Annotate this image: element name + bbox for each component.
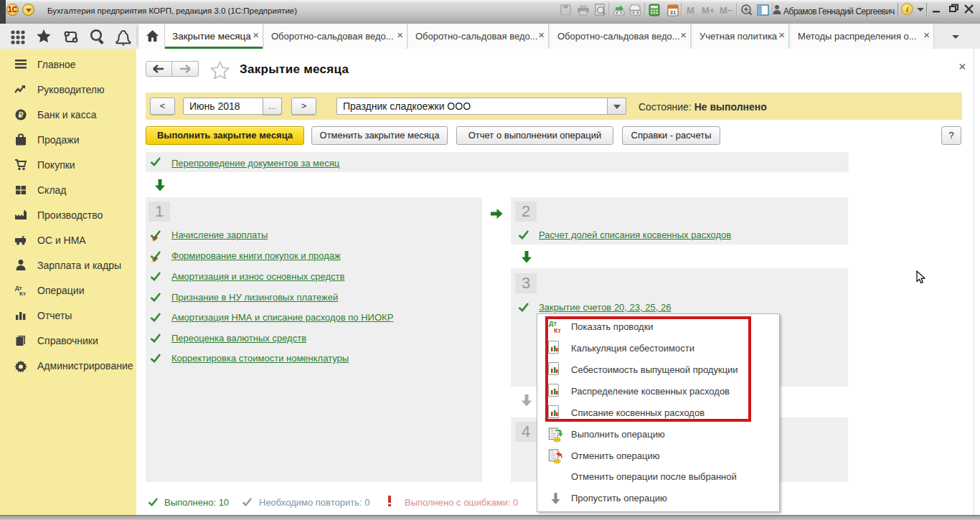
svg-text:31: 31 — [670, 9, 677, 16]
svg-text:M: M — [687, 5, 694, 16]
svg-text:M+: M+ — [702, 5, 715, 16]
svg-text:M−: M− — [720, 5, 733, 16]
svg-text:₽: ₽ — [19, 110, 24, 119]
svg-text:Кт: Кт — [19, 290, 26, 297]
